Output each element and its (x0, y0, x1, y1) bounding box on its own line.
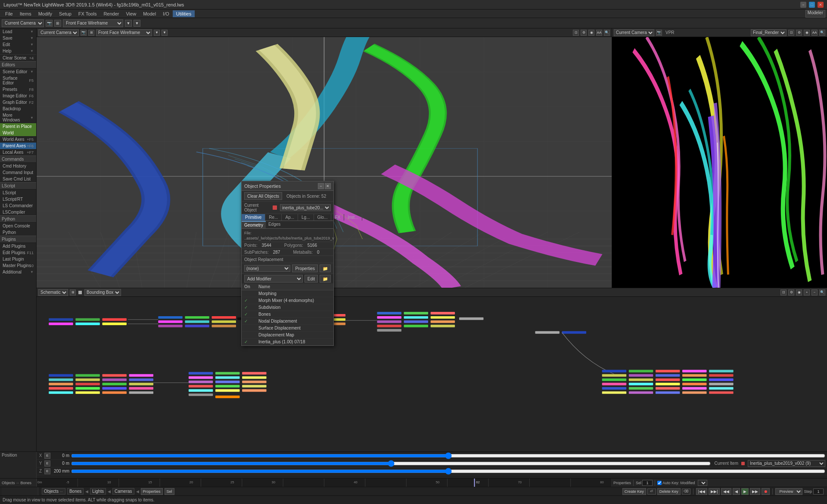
sidebar-item-lscript[interactable]: LScript (0, 190, 36, 196)
vp-lock-icon[interactable]: 📷 (81, 30, 87, 36)
modifier-row-inertia[interactable]: ✓ Inertia_plus (1.00) 07/18 (242, 339, 333, 345)
sidebar-item-cmd-history[interactable]: Cmd History (0, 163, 36, 169)
clear-all-objects-button[interactable]: Clear All Objects (244, 192, 282, 200)
sidebar-item-add-plugins[interactable]: Add Plugins (0, 243, 36, 249)
sidebar-item-clear-scene[interactable]: Clear Scene+4 (0, 54, 36, 61)
menu-file[interactable]: File (2, 10, 16, 17)
vp-search-icon[interactable]: 🔍 (604, 30, 610, 36)
obj-tab-lg[interactable]: Lg... (298, 214, 314, 221)
lights-filter[interactable]: Lights (90, 488, 106, 495)
replacement-select[interactable]: (none) (244, 265, 290, 272)
obj-subtab-geometry[interactable]: Geometry (242, 221, 266, 228)
sidebar-item-last-plugin[interactable]: Last Plugin (0, 256, 36, 262)
properties-button-bottom[interactable]: Properties (141, 488, 163, 495)
bounding-box-select[interactable]: Bounding Box (84, 289, 121, 296)
sidebar-item-graph-editor[interactable]: Graph EditorF2 (0, 99, 36, 106)
render-vp-settings-icon[interactable]: ⚙ (796, 30, 802, 36)
render-vp-maximize-icon[interactable]: ⊡ (788, 30, 794, 36)
modifier-row-surface-displacement[interactable]: Surface Displacement (242, 325, 333, 332)
z-coord-slider[interactable] (71, 469, 825, 474)
render-vp-camera-select[interactable]: Current Camera (614, 29, 654, 36)
sidebar-item-save[interactable]: Save▼ (0, 35, 36, 41)
main-vp-camera-select[interactable]: Current Camera (38, 29, 79, 36)
sidebar-item-help[interactable]: Help▼ (0, 48, 36, 54)
render-vp-icon[interactable]: 📷 (656, 30, 662, 36)
modifier-folder-button[interactable]: 📁 (320, 275, 331, 283)
sidebar-item-parent-in-place[interactable]: Parent in Place (0, 123, 36, 130)
add-modifier-select[interactable]: Add Modifier (244, 275, 303, 283)
auto-key-checkbox[interactable] (657, 481, 662, 485)
menu-io[interactable]: I/O (159, 10, 173, 17)
sidebar-item-edit[interactable]: Edit▼ (0, 41, 36, 48)
view-mode-select[interactable]: Front Face Wireframe (63, 19, 123, 27)
render-vp-search-icon[interactable]: 🔍 (819, 30, 825, 36)
render-vp-render-icon[interactable]: ◉ (804, 30, 810, 36)
obj-close-button[interactable]: ✕ (325, 183, 331, 189)
auto-key-select[interactable] (698, 480, 707, 486)
modifier-row-morph-mixer[interactable]: ✓ Morph Mixer (4 endomorphs) (242, 297, 333, 304)
close-button[interactable]: ✕ (818, 2, 824, 8)
modifier-row-nodal-displacement[interactable]: ✓ Nodal Displacement (242, 318, 333, 325)
schematic-viewport[interactable]: Schematic ⊞ Bounding Box ⊡ ⚙ ◉ + − 🔍 (37, 288, 827, 451)
edit-modifier-button[interactable]: Edit (305, 275, 318, 283)
z-coord-btn[interactable]: E (44, 468, 50, 474)
obj-tab-ap[interactable]: Ap... (282, 214, 298, 221)
sidebar-item-command-input[interactable]: Command Input (0, 169, 36, 176)
sel-input[interactable] (642, 480, 653, 486)
record-button[interactable]: ⏺ (762, 488, 770, 495)
prev-keyframe-button[interactable]: |◀◀ (696, 488, 707, 495)
x-coord-btn[interactable]: E (44, 453, 50, 459)
maximize-button[interactable]: □ (809, 2, 815, 8)
obj-tab-re[interactable]: Re... (265, 214, 282, 221)
sidebar-item-master-plugins[interactable]: Master Plugins0 (0, 262, 36, 269)
schematic-maximize-icon[interactable]: ⊡ (780, 289, 787, 296)
main-vp-mode-select[interactable]: Front Face Wireframe (96, 29, 152, 36)
schematic-search-icon[interactable]: 🔍 (819, 289, 825, 296)
schematic-settings-icon[interactable]: ⚙ (788, 289, 794, 296)
vp-render-icon[interactable]: ◉ (588, 30, 594, 36)
bones-filter[interactable]: Bones (67, 488, 84, 495)
current-object-select[interactable]: inertia_plus_tube20... (280, 204, 331, 211)
menu-setup[interactable]: Setup (56, 10, 75, 17)
fast-forward-button[interactable]: ▶▶ (750, 488, 760, 495)
play-forward-button[interactable]: ▶ (741, 488, 749, 495)
cameras-filter[interactable]: Cameras (112, 488, 134, 495)
obj-subtab-edges[interactable]: Edges (266, 221, 283, 228)
step-back-button[interactable]: ◀ (733, 488, 740, 495)
schematic-minus-icon[interactable]: − (811, 289, 818, 296)
minimize-button[interactable]: − (800, 2, 806, 8)
menu-fx-tools[interactable]: FX Tools (75, 10, 100, 17)
sidebar-item-lscript-rt[interactable]: LScript/RT (0, 196, 36, 202)
menu-utilities[interactable]: Utilities (173, 10, 195, 17)
modifier-row-displacement-map[interactable]: Displacement Map (242, 332, 333, 339)
modeler-button[interactable]: Modeler (805, 10, 825, 18)
sidebar-item-parent-axes[interactable]: Parent Axes+F6 (0, 143, 36, 149)
sidebar-item-additional[interactable]: Additional▼ (0, 269, 36, 275)
sidebar-item-open-console[interactable]: Open Console (0, 223, 36, 229)
vp-toggle-icon[interactable]: ⊞ (88, 30, 94, 36)
sidebar-item-scene-editor[interactable]: Scene Editor▼ (0, 68, 36, 75)
render-vp-aa-icon[interactable]: AA (811, 30, 818, 36)
schematic-plus-icon[interactable]: + (804, 289, 810, 296)
sel-button[interactable]: Sel (165, 488, 174, 495)
menu-render[interactable]: Render (100, 10, 122, 17)
modifier-row-morphing[interactable]: Morphing (242, 290, 333, 297)
sidebar-item-save-cmd-list[interactable]: Save Cmd List (0, 176, 36, 182)
vp-maximize-icon[interactable]: ⊡ (573, 30, 579, 36)
trackbar-main[interactable]: 0m -5 10 15 20 25 30 40 50 62 70 80 (37, 479, 612, 487)
menu-model[interactable]: Model (140, 10, 159, 17)
next-keyframe-button[interactable]: ▶▶| (709, 488, 720, 495)
sidebar-item-world[interactable]: World (0, 130, 36, 136)
schematic-canvas[interactable] (37, 297, 827, 451)
objects-filter[interactable]: Objects ↔ (42, 488, 65, 495)
modifier-row-subdivision[interactable]: ✓ Subdivision (242, 304, 333, 311)
y-coord-btn[interactable]: E (44, 460, 50, 467)
replacement-folder-button[interactable]: 📁 (320, 264, 331, 272)
camera-icon[interactable]: 📷 (46, 20, 53, 27)
render-output-select[interactable]: Final_Render (751, 29, 787, 36)
view-extra-icon[interactable]: ▼ (134, 20, 140, 27)
schematic-select[interactable]: Schematic (38, 289, 68, 296)
sidebar-item-backdrop[interactable]: Backdrop (0, 106, 36, 112)
camera-select[interactable]: Current Camera (2, 19, 44, 27)
menu-items[interactable]: Items (16, 10, 35, 17)
